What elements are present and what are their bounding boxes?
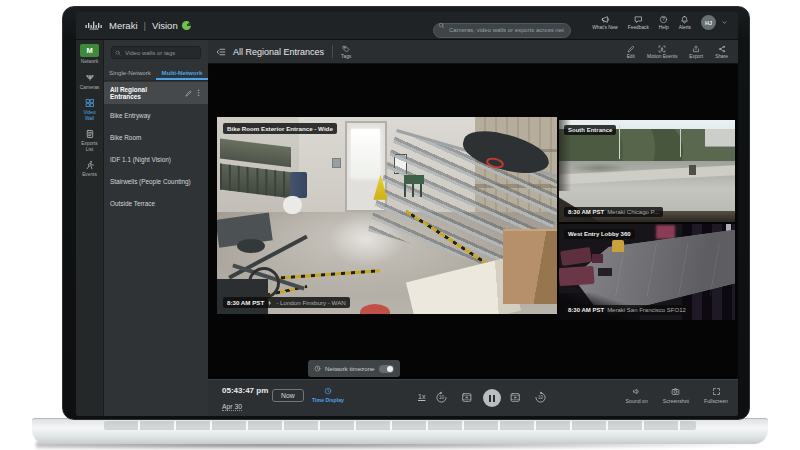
list-item-stairwells[interactable]: Stairwells (People Counting) [104,170,208,192]
laptop-keyboard [104,421,696,430]
export-button[interactable]: Export [689,45,703,59]
list-item-idf-night-vision[interactable]: IDF 1.1 (Night Vision) [104,148,208,170]
video-tile-south-entrance[interactable]: South Entrance 8:30 AM PST Meraki Chicag… [559,120,735,222]
svg-text:cisco: cisco [90,27,98,30]
previous-frame-button[interactable] [460,391,473,404]
screenshot-camera-icon [671,387,680,396]
blue-bin [290,172,307,198]
skip-forward-10-button[interactable] [534,391,547,404]
list-item-outside-terrace[interactable]: Outside Terrace [104,192,208,214]
search-icon [438,22,445,29]
cisco-logo-icon: cisco [85,21,105,30]
share-button[interactable]: Share [715,45,728,59]
collapse-panel-icon[interactable] [216,47,226,57]
video-tile-bike-room[interactable]: Bike Room Exterior Entrance - Wide 8:30 … [217,117,557,314]
now-button[interactable]: Now [272,389,304,402]
toolbar-actions: Edit Motion Events Export Share [627,45,728,59]
playback-control-bar: 05:43:47 pm Apr 30 Now Time Display 1x [208,379,738,416]
pencil-icon [627,45,635,53]
tile-time-chip: 8:30 AM PST - London Finsbury - WAN [223,297,350,308]
video-wall-sidebar: Single-Network Multi-Network All Regiona… [104,40,208,416]
screenshot-button[interactable]: Screenshot [663,387,689,404]
exports-document-icon [85,129,95,139]
tile-name-chip: Bike Room Exterior Entrance - Wide [223,123,337,134]
pencil-icon[interactable] [185,90,192,97]
tab-multi-network[interactable]: Multi-Network [156,65,208,80]
time-display-button[interactable]: Time Display [312,387,344,403]
pause-button[interactable] [483,389,501,407]
network-timezone-pill: Network timezone [308,360,400,377]
playback-speed-button[interactable]: 1x [418,393,425,400]
list-item-bike-entryway[interactable]: Bike Entryway [104,104,208,126]
help-icon [659,15,668,24]
trash-bin [689,165,696,175]
main-area: All Regional Entrances Tags Edit M [208,40,738,416]
help-button[interactable]: Help [659,15,669,30]
tab-single-network[interactable]: Single-Network [104,65,156,80]
motion-events-button[interactable]: Motion Events [647,45,677,59]
skip-back-10-button[interactable] [435,391,448,404]
wall-toolbar: All Regional Entrances Tags Edit M [208,40,738,64]
rail-item-cameras[interactable]: Cameras [76,73,104,91]
tile-timestamp: 8:30 AM PST [227,299,264,306]
global-search-input[interactable] [433,23,571,38]
next-frame-button[interactable] [509,391,522,404]
kebab-menu-icon[interactable]: ⋮ [195,89,202,97]
control-bar-right: Sound on Screenshot Fullscreen [626,387,728,404]
megaphone-icon [601,15,610,24]
topbar-actions: What's New Feedback Help Alerts HJ [592,15,728,30]
app-window: cisco Meraki | Vision What's New [76,12,738,416]
edit-button[interactable]: Edit [627,45,635,59]
feedback-button[interactable]: Feedback [628,15,649,30]
couch-1 [560,247,592,266]
rail-item-events[interactable]: Events [76,160,104,178]
vision-logo-icon [182,21,191,30]
rail-item-network[interactable]: M Network [76,44,104,65]
top-bar: cisco Meraki | Vision What's New [76,12,738,40]
couch-2 [559,266,595,287]
whats-new-button[interactable]: What's New [592,15,617,30]
rail-item-video-wall[interactable]: Video Wall [76,98,104,121]
bell-icon [680,15,689,24]
sound-on-button[interactable]: Sound on [626,387,648,404]
pause-icon [489,395,491,402]
toolbar-divider [332,45,333,58]
list-item-all-regional-entrances[interactable]: All Regional Entrances ⋮ [104,82,208,104]
tile-time-chip: 8:30 AM PST Meraki Chicago P... [564,207,663,217]
events-runner-icon [85,160,95,170]
distant-building [705,129,735,146]
list-item-bike-room[interactable]: Bike Room [104,126,208,148]
rail-item-exports-list[interactable]: Exports List [76,129,104,152]
network-timezone-toggle[interactable] [379,365,394,373]
tile-location: Meraki San Francisco SFO12 [607,307,686,313]
white-stool [283,196,302,214]
page-background: cisco Meraki | Vision What's New [0,0,800,450]
date-readout[interactable]: Apr 30 [222,403,242,411]
alerts-button[interactable]: Alerts [679,15,691,30]
feedback-icon [634,15,643,24]
tile-timestamp: 8:30 AM PST [568,209,604,215]
clock-icon [324,387,332,395]
chevron-down-icon[interactable] [721,19,728,26]
bike-seat [237,239,264,253]
tag-icon [342,45,350,53]
tile-timestamp: 8:30 AM PST [568,307,604,313]
video-tile-west-entry-lobby[interactable]: West Entry Lobby 360 8:30 AM PST Meraki … [559,224,735,320]
brand-name: Meraki [109,20,138,31]
speaker-icon [632,387,641,396]
tags-button[interactable]: Tags [341,45,351,59]
clock-readout: 05:43:47 pm [222,386,268,395]
current-time-block: 05:43:47 pm Apr 30 [222,386,268,413]
side-table [598,268,612,276]
fullscreen-button[interactable]: Fullscreen [704,387,728,404]
sidebar-search-input[interactable] [111,46,201,59]
tile-location: - London Finsbury - WAN [276,299,346,306]
cardboard-box [503,229,557,304]
search-icon [115,50,121,56]
network-timezone-label: Network timezone [325,365,375,372]
toggle-knob [387,366,393,372]
video-wall-list: All Regional Entrances ⋮ Bike Entryway B… [104,82,208,214]
camera-dome-icon [85,73,95,83]
avatar[interactable]: HJ [701,15,716,30]
export-icon [692,45,700,53]
